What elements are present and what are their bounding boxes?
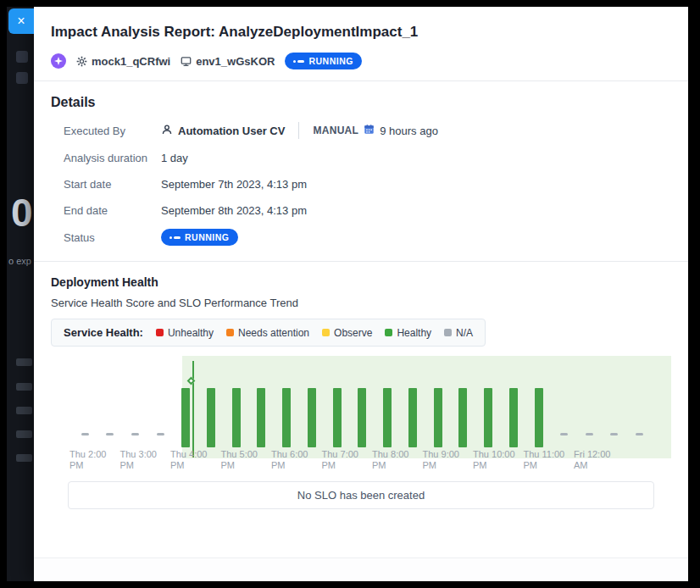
legend-swatch-icon (226, 329, 234, 336)
detail-row-duration: Analysis duration 1 day (64, 150, 671, 165)
background-icon (16, 72, 28, 84)
details-heading: Details (51, 95, 671, 110)
executed-by-user: Automation User CV (178, 125, 285, 137)
background-row-mark (16, 358, 32, 366)
details-rows: Executed By Automation User CV MANUAL 9 … (64, 122, 671, 246)
detail-row-status: Status RUNNING (64, 229, 671, 246)
legend-item: N/A (444, 327, 473, 339)
status-badge: RUNNING (161, 229, 238, 246)
legend-label: Needs attention (238, 327, 309, 339)
service-health-legend: Service Health: UnhealthyNeeds attention… (51, 319, 486, 347)
sparkle-icon (54, 57, 63, 65)
health-score-bar[interactable] (333, 388, 342, 447)
deployment-health-section: Deployment Health Service Health Score a… (34, 262, 688, 509)
detail-row-start-date: Start date September 7th 2023, 4:13 pm (64, 176, 671, 191)
legend-item: Observe (322, 327, 372, 339)
analysis-window (182, 356, 671, 458)
modal-header: Impact Analysis Report: AnalyzeDeploymen… (34, 7, 688, 81)
meta-row: mock1_qCRfwi env1_wGsKOR RUNNING (51, 53, 668, 69)
environment[interactable]: env1_wGsKOR (181, 55, 275, 68)
health-score-bar[interactable] (509, 388, 518, 447)
health-score-bar[interactable] (308, 388, 316, 447)
status-badge-label: RUNNING (308, 56, 353, 66)
x-axis-tick: Thu 7:00PM (322, 449, 358, 471)
health-score-bar[interactable] (207, 388, 215, 447)
na-marker (586, 433, 593, 435)
health-score-bar[interactable] (257, 388, 265, 447)
health-score-bar[interactable] (434, 388, 442, 447)
health-score-chart: Thu 2:00PMThu 3:00PMThu 4:00PMThu 5:00PM… (51, 356, 671, 473)
health-score-bar[interactable] (383, 388, 392, 447)
monitored-service-name: mock1_qCRfwi (92, 55, 170, 68)
background-icon (16, 51, 28, 63)
na-marker (610, 433, 618, 435)
x-axis-tick: Thu 3:00PM (120, 449, 157, 471)
na-marker (131, 433, 139, 435)
details-section: Details Executed By Automation User CV M… (34, 81, 688, 262)
legend-label: N/A (456, 327, 473, 339)
detail-label: End date (64, 204, 161, 217)
health-score-bar[interactable] (535, 388, 543, 447)
running-indicator-icon (293, 60, 304, 63)
health-score-bar[interactable] (181, 388, 190, 447)
x-axis-tick: Thu 10:00PM (473, 449, 515, 471)
background-partial-text: o exp (8, 256, 31, 266)
legend-title: Service Health: (64, 326, 143, 339)
background-row-mark (16, 430, 32, 438)
close-button[interactable]: × (8, 8, 34, 34)
health-score-bar[interactable] (408, 388, 417, 447)
na-marker (106, 433, 114, 435)
legend-swatch-icon (444, 329, 452, 336)
health-score-bar[interactable] (358, 388, 366, 447)
deployment-health-subtitle: Service Health Score and SLO Performance… (51, 297, 671, 309)
x-axis-tick: Thu 5:00PM (221, 449, 258, 471)
health-score-bar[interactable] (232, 388, 241, 447)
calendar-icon (364, 124, 375, 137)
background-row-mark (16, 383, 32, 391)
x-axis-tick: Thu 8:00PM (372, 449, 408, 471)
na-marker (81, 433, 89, 435)
environment-icon (181, 56, 192, 67)
running-indicator-icon (169, 236, 181, 239)
trigger-type-label: MANUAL (313, 125, 358, 136)
status-badge: RUNNING (285, 53, 362, 69)
health-legend-items: UnhealthyNeeds attentionObserveHealthyN/… (156, 327, 473, 339)
x-axis-tick: Thu 6:00PM (271, 449, 308, 471)
legend-swatch-icon (156, 329, 164, 336)
detail-row-end-date: End date September 8th 2023, 4:13 pm (64, 202, 671, 218)
user-icon (161, 124, 173, 138)
health-score-bar[interactable] (484, 388, 492, 447)
legend-item: Healthy (385, 327, 431, 339)
background-row-mark (16, 454, 32, 462)
slo-empty-state: No SLO has been created (68, 481, 654, 509)
na-marker (560, 433, 568, 435)
health-score-bar[interactable] (458, 388, 467, 447)
status-badge-label: RUNNING (185, 232, 230, 242)
deployment-health-heading: Deployment Health (51, 275, 671, 289)
health-score-bar[interactable] (282, 388, 291, 447)
legend-swatch-icon (322, 329, 330, 336)
page-title: Impact Analysis Report: AnalyzeDeploymen… (51, 24, 668, 41)
legend-label: Unhealthy (168, 327, 214, 339)
na-marker (636, 433, 643, 435)
x-axis-tick: Thu 2:00PM (69, 449, 106, 471)
x-axis-tick: Fri 12:00AM (574, 449, 610, 471)
gear-icon (76, 56, 87, 67)
detail-label: Analysis duration (64, 152, 161, 164)
legend-swatch-icon (385, 329, 392, 336)
service-avatar-icon (51, 53, 66, 69)
vertical-divider (298, 122, 299, 139)
monitored-service[interactable]: mock1_qCRfwi (76, 55, 170, 68)
detail-label: Status (64, 231, 161, 244)
legend-label: Healthy (397, 327, 431, 339)
executed-time: 9 hours ago (380, 125, 438, 137)
detail-value: 1 day (161, 152, 188, 164)
legend-item: Needs attention (226, 327, 309, 339)
x-axis-tick: Thu 11:00PM (524, 449, 565, 471)
detail-label: Start date (64, 178, 161, 191)
environment-name: env1_wGsKOR (196, 55, 275, 68)
x-axis-tick: Thu 4:00PM (170, 449, 207, 471)
detail-value: September 7th 2023, 4:13 pm (161, 178, 307, 191)
background-count: 0 (11, 190, 33, 236)
x-axis-tick: Thu 9:00PM (423, 449, 459, 471)
